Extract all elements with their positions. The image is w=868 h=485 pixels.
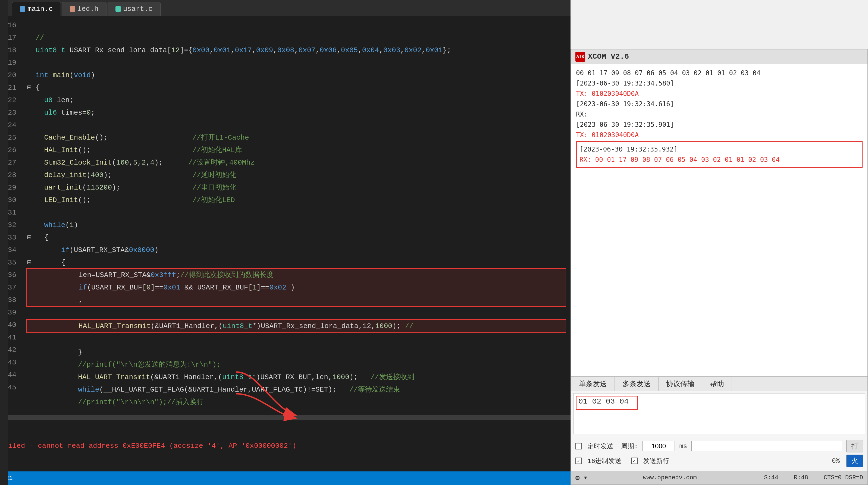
xcom-menu-tabs: 单条发送 多条发送 协议传输 帮助 [571, 376, 867, 391]
xcom-logo: ATK [576, 52, 585, 62]
code-area: 16 17 18 19 20 21 22 23 24 25 26 27 28 2… [0, 16, 570, 415]
hex-checkbox[interactable] [576, 458, 582, 464]
xcom-controls: 定时发送 周期: ms 打 16进制发送 发送新行 0% 火 [571, 436, 867, 471]
tab-main-c[interactable]: main.c [12, 2, 61, 16]
xcom-tab-multi-send-label: 多条发送 [622, 379, 651, 389]
editor-container: ✕ main.c led.h usart.c 16 17 18 19 20 21… [0, 0, 570, 485]
timer-label: 定时发送 [587, 442, 614, 451]
bottom-error-panel: iled - cannot read address 0xE00E0FE4 (a… [0, 420, 570, 472]
xcom-send-area[interactable]: 01 02 03 04 [573, 393, 865, 434]
xcom-tab-help-label: 帮助 [710, 379, 724, 389]
hex-label: 16进制发送 [587, 456, 621, 465]
tab-label-led-h: led.h [78, 5, 99, 13]
status-bar: 21 [0, 472, 570, 485]
blue-btn[interactable]: 火 [846, 455, 863, 467]
newline-label: 发送新行 [643, 456, 669, 465]
rx-line-6: [2023-06-30 19:32:35.901] [576, 120, 863, 130]
dropdown-arrow-icon[interactable]: ▼ [584, 475, 587, 481]
error-text: iled - cannot read address 0xE00E0FE4 (a… [8, 442, 297, 450]
tab-icon-main-c [20, 6, 25, 12]
send-button[interactable]: 打 [846, 440, 863, 452]
website-url: www.openedv.com [591, 475, 748, 481]
xcom-bottom-bar: ⚙ ▼ www.openedv.com S:44 R:48 CTS=0 DSR=… [571, 471, 867, 484]
rx-line-7: TX: 010203040D0A [576, 130, 863, 140]
tab-icon-usart-c [116, 6, 121, 12]
xcom-tab-help[interactable]: 帮助 [702, 377, 732, 391]
xcom-tab-protocol[interactable]: 协议传输 [658, 377, 702, 391]
rx-line-8: [2023-06-30 19:32:35.932] [580, 144, 859, 155]
tab-bar: ✕ main.c led.h usart.c [0, 0, 570, 16]
r-value: R:48 [794, 475, 808, 481]
xcom-tab-single-send-label: 单条发送 [579, 379, 607, 389]
gear-icon[interactable]: ⚙ [576, 474, 580, 482]
xcom-tab-single-send[interactable]: 单条发送 [571, 377, 615, 391]
xcom-panel: ATK XCOM V2.6 00 01 17 09 08 07 06 05 04… [570, 49, 868, 485]
rx-highlight-box: [2023-06-30 19:32:35.932] RX: 00 01 17 0… [576, 141, 863, 168]
xcom-titlebar: ATK XCOM V2.6 [571, 50, 867, 64]
xcom-title: XCOM V2.6 [588, 53, 629, 61]
tab-icon-led-h [70, 6, 75, 12]
tab-label-main-c: main.c [27, 5, 53, 13]
xcom-ctrl-row-2: 16进制发送 发送新行 0% 火 [576, 453, 863, 468]
xcom-tab-multi-send[interactable]: 多条发送 [615, 377, 658, 391]
rx-line-1: 00 01 17 09 08 07 06 05 04 03 02 01 01 0… [576, 68, 863, 78]
rx-line-2: [2023-06-30 19:32:34.580] [576, 78, 863, 89]
rx-line-3: TX: 010203040D0A [576, 89, 863, 99]
rx-line-5: RX: [576, 109, 863, 120]
tab-led-h[interactable]: led.h [62, 2, 106, 16]
period-input[interactable] [642, 441, 675, 451]
tab-usart-c[interactable]: usart.c [107, 2, 160, 16]
xcom-receive-area[interactable]: 00 01 17 09 08 07 06 05 04 03 02 01 01 0… [571, 64, 867, 376]
xcom-ctrl-row-1: 定时发送 周期: ms 打 [576, 439, 863, 453]
ms-label: ms [679, 443, 687, 450]
period-label: 周期: [621, 442, 638, 451]
timer-checkbox[interactable] [576, 443, 582, 449]
send-content: 01 02 03 04 [574, 393, 865, 410]
rx-line-9: RX: 00 01 17 09 08 07 06 05 04 03 02 01 … [580, 155, 859, 165]
horizontal-scrollbar[interactable] [0, 415, 570, 420]
newline-checkbox[interactable] [631, 458, 638, 464]
send-text-input[interactable] [691, 441, 842, 451]
s-value: S:44 [764, 475, 778, 481]
rx-line-4: [2023-06-30 19:32:34.616] [576, 99, 863, 109]
xcom-tab-protocol-label: 协议传输 [666, 379, 694, 389]
code-content[interactable]: // uint8_t USART_Rx_send_lora_data[12]={… [22, 16, 570, 415]
percent-label: 0% [674, 457, 840, 465]
cts-dsr-value: CTS=0 DSR=D [824, 475, 863, 481]
left-sidebar [0, 0, 8, 485]
tab-label-usart-c: usart.c [123, 5, 153, 13]
